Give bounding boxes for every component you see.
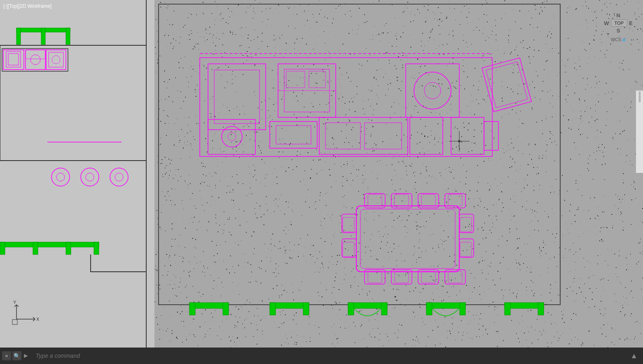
svg-rect-26 [0,242,5,254]
svg-rect-76 [343,217,354,232]
left-cad-panel [0,0,154,348]
svg-rect-0 [0,0,154,348]
svg-rect-27 [33,242,38,254]
prompt-symbol: ► [23,352,31,359]
svg-rect-93 [426,303,432,315]
svg-rect-66 [448,194,462,206]
svg-rect-29 [94,242,99,254]
compass-east: E [629,20,633,26]
left-cad-drawing [0,0,154,348]
wcs-indicator: WCS ⊞ [602,37,635,42]
svg-rect-87 [270,303,276,315]
svg-rect-58 [360,209,455,268]
svg-rect-50 [276,126,311,144]
svg-rect-74 [448,271,462,283]
svg-rect-4 [41,28,45,44]
svg-rect-34 [208,64,266,130]
svg-rect-85 [223,303,229,315]
svg-rect-35 [214,70,260,124]
command-bar[interactable]: × 🔍 ► ▲ [0,348,643,364]
svg-rect-68 [368,271,382,283]
svg-rect-28 [66,242,71,254]
compass-west: W [604,20,609,26]
svg-rect-88 [303,303,309,315]
svg-rect-106 [12,320,17,324]
right-cad-panel[interactable] [154,0,643,348]
svg-rect-70 [395,271,409,283]
svg-rect-90 [348,303,354,315]
right-cad-drawing [154,0,643,348]
right-tools-panel: ≡≡≡≡≡ [636,91,643,173]
axis-svg: Y X [8,301,49,325]
svg-rect-64 [421,194,435,206]
svg-rect-57 [356,206,459,272]
compass-north: N [602,12,635,19]
svg-rect-91 [381,303,387,315]
axis-indicator: Y X [8,301,49,327]
svg-rect-84 [189,303,195,315]
svg-rect-52 [325,123,360,149]
svg-rect-38 [286,71,305,88]
svg-rect-97 [538,303,544,315]
svg-rect-54 [410,117,443,154]
tools-labels: ≡≡≡≡≡ [637,91,643,103]
svg-rect-33 [200,58,492,156]
svg-rect-2 [16,28,21,44]
svg-rect-80 [460,217,472,232]
command-input[interactable] [33,352,629,359]
navigation-compass[interactable]: N W TOP E S WCS ⊞ [602,12,635,42]
svg-text:X: X [36,317,40,322]
compass-middle-row: W TOP E [602,19,635,27]
svg-point-42 [414,72,451,109]
svg-rect-96 [505,303,510,315]
svg-rect-3 [66,28,70,44]
svg-rect-62 [395,194,409,206]
svg-rect-30 [154,0,643,348]
crosshair-dot [458,140,461,142]
svg-rect-60 [368,194,382,206]
expand-icon[interactable]: ▲ [630,352,641,360]
svg-rect-46 [208,119,255,154]
top-view-button[interactable]: TOP [611,19,627,27]
compass-south: S [602,28,635,34]
svg-rect-72 [421,271,435,283]
crosshair-cursor [449,131,470,152]
svg-rect-94 [460,303,465,315]
svg-rect-39 [309,71,325,88]
svg-rect-82 [460,242,472,257]
svg-rect-78 [343,242,354,257]
svg-text:Y: Y [13,301,16,305]
svg-point-48 [228,133,236,141]
search-icon: 🔍 [14,353,20,359]
svg-rect-53 [365,123,402,149]
clear-button[interactable]: × [2,351,11,360]
svg-rect-44 [482,58,531,112]
svg-rect-56 [484,121,498,150]
svg-point-43 [424,82,441,99]
svg-rect-25 [0,242,99,247]
main-viewport[interactable]: [-][Top][2D Wireframe] N W TOP E S WCS ⊞… [0,0,643,348]
search-button[interactable]: 🔍 [12,351,21,360]
